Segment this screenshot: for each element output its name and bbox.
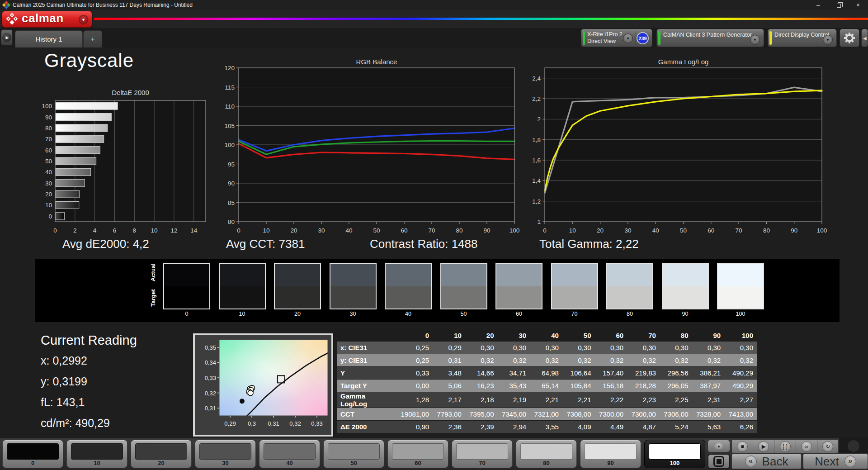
measurement-point xyxy=(248,390,253,396)
meter-count-badge[interactable]: 239 xyxy=(637,32,649,44)
pattern-window-button[interactable] xyxy=(708,454,730,469)
chevron-down-icon[interactable]: ▼ xyxy=(79,15,88,24)
add-tab-button[interactable]: + xyxy=(83,30,102,47)
level-button-20[interactable]: 20 xyxy=(131,440,192,468)
swatch-label: 10 xyxy=(219,311,266,317)
level-patch xyxy=(7,443,59,460)
settings-button[interactable] xyxy=(840,29,859,47)
svg-text:20: 20 xyxy=(290,227,297,234)
grayscale-swatch-strip: Actual Target 0102030405060708090100 xyxy=(35,259,840,322)
actual-color xyxy=(386,264,431,286)
tab-history-1[interactable]: History 1 xyxy=(15,30,83,47)
row-label: Gamma Log/Log xyxy=(337,392,396,408)
table-row: CCT19081,007793,007395,007345,007321,007… xyxy=(337,408,757,420)
single-measure-button[interactable]: [·] xyxy=(774,440,796,453)
continuous-measure-button[interactable]: ∞ xyxy=(796,440,817,453)
collapse-panel-button[interactable]: ◀ xyxy=(861,29,868,47)
target-row-label: Target xyxy=(150,297,159,307)
stat-total-gamma-: Total Gamma: 2,22 xyxy=(539,237,639,251)
chevron-down-icon: ▼ xyxy=(750,35,760,45)
level-button-70[interactable]: 70 xyxy=(452,440,513,468)
swatch-label: 0 xyxy=(163,311,210,317)
swatch-label: 20 xyxy=(274,311,321,317)
meter-name: X-Rite i1Pro 2 xyxy=(587,31,623,38)
grayscale-data-table: 0102030405060708090100x: CIE310,250,290,… xyxy=(337,330,757,433)
svg-text:40: 40 xyxy=(45,169,52,176)
svg-text:0: 0 xyxy=(237,227,241,234)
continuous-measure-icon: ∞ xyxy=(801,441,812,452)
level-label: 50 xyxy=(324,460,384,466)
next-button[interactable]: Next » xyxy=(803,454,868,469)
svg-text:50: 50 xyxy=(45,158,52,165)
cie-chart: 0,290,30,310,320,330,310,320,330,340,35 xyxy=(195,335,331,435)
back-button[interactable]: « Back xyxy=(731,454,802,469)
target-color xyxy=(607,286,652,309)
svg-text:10: 10 xyxy=(151,227,158,233)
table-row: y: CIE310,250,310,320,320,320,320,320,32… xyxy=(337,354,757,366)
svg-text:6: 6 xyxy=(113,227,117,233)
meter-dropdown-button[interactable]: X-Rite i1Pro 2 Direct View ▼ 239 xyxy=(581,29,652,47)
table-row: ΔE 20000,902,362,392,943,554,094,494,875… xyxy=(337,420,757,433)
svg-text:80: 80 xyxy=(228,218,235,225)
svg-text:RGB Balance: RGB Balance xyxy=(356,58,397,66)
calman-menu-button[interactable]: calman ▼ xyxy=(2,11,92,28)
deltae-bar xyxy=(56,180,85,187)
display-control-dropdown-button[interactable]: Direct Display Control ▼ xyxy=(768,29,837,47)
table-row: x: CIE310,250,290,300,300,300,300,300,30… xyxy=(337,341,757,354)
svg-text:80: 80 xyxy=(45,125,52,132)
level-button-90[interactable]: 90 xyxy=(580,440,641,468)
pattern-generator-dropdown-button[interactable]: CalMAN Client 3 Pattern Generator ▼ xyxy=(656,29,764,47)
grayscale-swatch-40 xyxy=(385,263,432,309)
deltae-bar xyxy=(56,213,65,220)
svg-text:1,8: 1,8 xyxy=(532,137,541,143)
level-button-40[interactable]: 40 xyxy=(259,440,320,468)
level-button-100[interactable]: 100 xyxy=(644,440,705,468)
svg-text:0,31: 0,31 xyxy=(268,420,279,427)
svg-text:90: 90 xyxy=(228,180,235,187)
svg-text:0,33: 0,33 xyxy=(205,375,216,381)
pattern-window-icon xyxy=(713,456,724,467)
pattern-level-bar: ▲ ■▶[·]∞↻ « Back Next » 0102030405060708… xyxy=(0,438,868,470)
play-button[interactable]: ▶ xyxy=(753,440,774,453)
target-color xyxy=(496,286,542,309)
svg-text:0: 0 xyxy=(543,227,547,234)
level-patch xyxy=(135,443,187,460)
level-patch xyxy=(392,443,444,460)
svg-text:115: 115 xyxy=(225,84,235,91)
svg-text:70: 70 xyxy=(736,227,742,234)
row-label: y: CIE31 xyxy=(337,354,396,366)
level-label: 90 xyxy=(580,460,641,466)
target-color xyxy=(330,286,376,309)
svg-text:0,32: 0,32 xyxy=(289,420,301,427)
level-button-80[interactable]: 80 xyxy=(516,440,577,468)
stop-button[interactable]: ■ xyxy=(732,440,753,453)
svg-text:90: 90 xyxy=(791,227,797,234)
svg-text:0,35: 0,35 xyxy=(205,344,216,351)
level-button-10[interactable]: 10 xyxy=(66,440,127,468)
level-button-0[interactable]: 0 xyxy=(2,440,63,468)
workflow-nav-button[interactable]: ▶ xyxy=(1,29,13,46)
level-button-60[interactable]: 60 xyxy=(387,440,448,468)
calman-app: Calman 2025 Calman Ultimate for Business… xyxy=(0,0,868,470)
level-patch xyxy=(199,443,251,460)
svg-text:100: 100 xyxy=(224,142,235,148)
refresh-icon: ↻ xyxy=(822,441,833,452)
deltae-bar xyxy=(56,114,111,121)
restore-icon[interactable] xyxy=(828,0,848,10)
level-button-50[interactable]: 50 xyxy=(323,440,384,468)
level-button-30[interactable]: 30 xyxy=(195,440,256,468)
refresh-button[interactable]: ↻ xyxy=(817,440,838,453)
svg-text:110: 110 xyxy=(225,103,235,110)
level-patch xyxy=(328,443,380,460)
close-icon[interactable]: × xyxy=(848,0,868,10)
grayscale-swatch-20 xyxy=(274,263,321,309)
svg-text:30: 30 xyxy=(624,227,631,234)
level-patch xyxy=(520,443,572,460)
calman-logo-text: calman xyxy=(22,11,64,25)
svg-text:60: 60 xyxy=(708,227,714,234)
svg-text:105: 105 xyxy=(224,123,235,129)
minimize-icon[interactable]: – xyxy=(808,0,828,10)
swatch-label: 70 xyxy=(551,311,598,317)
svg-text:60: 60 xyxy=(45,147,52,154)
expand-patterns-button[interactable]: ▲ xyxy=(708,440,730,452)
